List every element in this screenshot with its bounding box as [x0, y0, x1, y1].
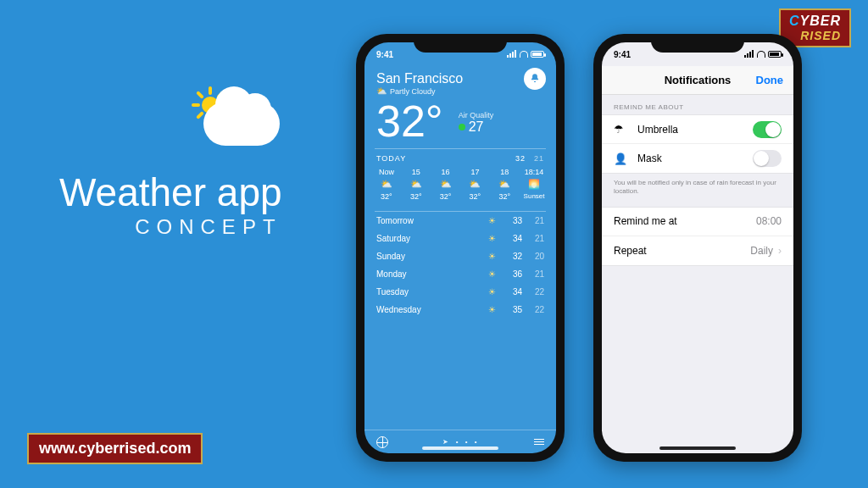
day-row: Tomorrow☀3321 — [376, 212, 544, 230]
hour-time: 16 — [442, 168, 450, 176]
repeat-cell[interactable]: Repeat Daily › — [602, 236, 793, 265]
day-high: 32 — [500, 252, 522, 261]
day-low: 21 — [522, 269, 544, 279]
today-high: 32 — [515, 154, 526, 163]
nav-title: Notifications — [665, 74, 732, 86]
day-high: 35 — [500, 305, 522, 314]
hour-time: Now — [379, 168, 394, 176]
hour-item: 17⛅32° — [463, 168, 487, 201]
hourly-forecast[interactable]: Now⛅32° 15⛅32° 16⛅32° 17⛅32° 18⛅32° 18:1… — [364, 166, 556, 206]
sunny-icon: ☀ — [483, 234, 500, 243]
sunny-icon: ☀ — [483, 305, 500, 314]
day-name: Sunday — [376, 252, 483, 261]
condition-text: Partly Cloudy — [390, 87, 436, 96]
mask-switch[interactable] — [753, 150, 782, 167]
day-name: Wednesday — [376, 305, 483, 314]
condition-row: ⛅ Partly Cloudy — [376, 86, 544, 96]
footnote: You will be notified only in case of rai… — [602, 174, 793, 207]
partly-cloudy-icon: ⛅ — [410, 179, 422, 190]
brand-line2: RISED — [789, 29, 841, 42]
status-time: 9:41 — [376, 50, 393, 59]
home-indicator[interactable] — [659, 446, 736, 450]
umbrella-cell[interactable]: ☂ Umbrella — [602, 115, 793, 144]
sunny-icon: ☀ — [483, 287, 500, 297]
day-row: Wednesday☀3522 — [376, 301, 544, 319]
hour-time: 18 — [500, 168, 509, 176]
day-row: Saturday☀3421 — [376, 230, 544, 247]
repeat-value: Daily — [750, 245, 773, 257]
sunny-icon: ☀ — [483, 216, 500, 225]
umbrella-switch[interactable] — [753, 121, 782, 138]
hour-temp: 32° — [381, 192, 392, 201]
app-title: Weather app — [59, 169, 282, 215]
city-name: San Francisco — [376, 71, 544, 86]
today-header: TODAY 32 21 — [364, 149, 556, 166]
done-button[interactable]: Done — [756, 74, 784, 86]
day-low: 22 — [522, 287, 544, 297]
reminders-group: ☂ Umbrella 👤 Mask — [602, 114, 793, 174]
remind-value: 08:00 — [756, 215, 782, 227]
brand-c: C — [789, 14, 800, 28]
notch — [651, 34, 744, 53]
app-subtitle: CONCEPT — [59, 215, 282, 239]
hour-time: 18:14 — [525, 168, 544, 176]
mask-cell[interactable]: 👤 Mask — [602, 144, 793, 173]
hour-item: 18:14🌅Sunset — [522, 168, 546, 201]
chevron-right-icon: › — [778, 245, 782, 257]
day-low: 20 — [522, 252, 544, 261]
nav-bar: Notifications Done — [602, 66, 793, 95]
current-temperature: 32° — [376, 99, 443, 143]
partly-cloudy-icon: ⛅ — [469, 179, 481, 190]
partly-cloudy-icon: ⛅ — [440, 179, 452, 190]
phone-weather: 9:41 San Francisco ⛅ Partly Cloudy 32° A… — [356, 34, 565, 462]
status-time: 9:41 — [614, 50, 631, 59]
mask-icon: 👤 — [614, 152, 629, 165]
mask-label: Mask — [637, 152, 753, 164]
day-low: 21 — [522, 234, 544, 243]
hour-temp: 32° — [440, 192, 452, 201]
wifi-icon — [757, 51, 765, 58]
partly-cloudy-icon: ⛅ — [376, 86, 387, 96]
aq-value: 27 — [469, 119, 484, 135]
hour-item: 16⛅32° — [434, 168, 458, 201]
hour-temp: 32° — [498, 192, 510, 201]
phone-notifications: 9:41 Notifications Done REMIND ME ABOUT … — [593, 34, 802, 462]
sunny-icon: ☀ — [483, 252, 500, 261]
hour-item: Now⛅32° — [375, 168, 398, 201]
notch — [414, 34, 507, 53]
signal-icon — [507, 50, 517, 59]
sun-cloud-icon — [186, 85, 288, 161]
weather-header: San Francisco ⛅ Partly Cloudy — [364, 66, 556, 99]
hour-item: 15⛅32° — [404, 168, 428, 201]
remind-time-cell[interactable]: Remind me at 08:00 — [602, 208, 793, 236]
weather-screen: 9:41 San Francisco ⛅ Partly Cloudy 32° A… — [364, 42, 556, 453]
hour-temp: 32° — [410, 192, 422, 201]
partly-cloudy-icon: ⛅ — [381, 179, 392, 190]
globe-icon[interactable] — [376, 436, 388, 448]
remind-label: Remind me at — [614, 215, 756, 227]
home-indicator[interactable] — [422, 446, 498, 450]
notifications-screen: 9:41 Notifications Done REMIND ME ABOUT … — [602, 42, 793, 453]
day-name: Monday — [376, 269, 483, 279]
umbrella-label: Umbrella — [637, 124, 753, 136]
partly-cloudy-icon: ⛅ — [498, 179, 510, 190]
hour-temp: Sunset — [524, 192, 545, 200]
temp-row: 32° Air Quality 27 — [364, 99, 556, 143]
aq-label: Air Quality — [459, 111, 494, 119]
today-low: 21 — [534, 154, 544, 163]
section-label: REMIND ME ABOUT — [602, 95, 793, 114]
title-block: Weather app CONCEPT — [59, 85, 282, 239]
list-button[interactable] — [534, 439, 544, 446]
brand-rest: YBER — [800, 14, 841, 28]
hour-item: 18⛅32° — [492, 168, 516, 201]
sunset-icon: 🌅 — [528, 179, 540, 190]
umbrella-icon: ☂ — [614, 123, 629, 136]
hour-temp: 32° — [470, 192, 481, 201]
sunny-icon: ☀ — [483, 269, 500, 279]
status-icons — [744, 50, 782, 59]
daily-forecast[interactable]: Tomorrow☀3321 Saturday☀3421 Sunday☀3220 … — [364, 212, 556, 324]
website-url: www.cyberrised.com — [27, 433, 203, 464]
today-label: TODAY — [376, 154, 406, 163]
page-indicator: ➤ • • • — [442, 438, 479, 446]
air-quality: Air Quality 27 — [459, 111, 494, 135]
